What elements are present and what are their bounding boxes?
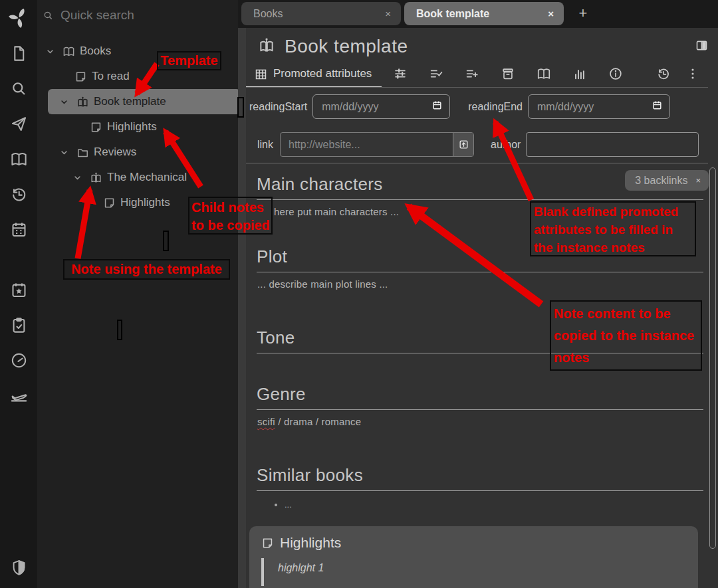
table-grid-icon <box>254 67 268 81</box>
trilium-logo <box>0 0 37 36</box>
info-icon[interactable] <box>608 66 623 81</box>
note-title[interactable]: Book template <box>285 36 685 57</box>
close-icon[interactable]: × <box>383 8 393 19</box>
archive-icon[interactable] <box>501 66 515 81</box>
blockquote-bar <box>261 558 264 586</box>
tab-label: Book template <box>416 8 546 20</box>
quick-search-input[interactable] <box>60 8 213 23</box>
attr-label-author: author <box>491 139 521 151</box>
calendar-picker-icon[interactable] <box>431 100 443 114</box>
protected-session-shield-icon[interactable] <box>0 550 37 585</box>
attr-label-reading-start: readingStart <box>249 101 307 113</box>
launcher-bar <box>0 0 37 588</box>
tab-books[interactable]: Books × <box>241 2 401 25</box>
folder-icon <box>74 146 91 159</box>
note-header: Book template <box>246 28 718 58</box>
open-link-button[interactable] <box>453 133 473 156</box>
list-item[interactable]: ... <box>285 499 707 511</box>
new-note-icon[interactable] <box>0 36 37 71</box>
reading-end-date-field[interactable]: mm/dd/yyyy <box>528 94 670 119</box>
jump-to-note-icon[interactable] <box>0 106 37 142</box>
url-placeholder: http://website... <box>281 133 453 156</box>
plane-takeoff-icon[interactable] <box>0 378 37 413</box>
tasks-clipboard-icon[interactable] <box>0 308 37 343</box>
tree-item-books[interactable]: Books <box>37 39 238 64</box>
blockquote[interactable]: highlght 1 <box>261 558 686 586</box>
tree-item-the-mechanical[interactable]: The Mechanical * <box>37 165 238 190</box>
tree-item-label: To read <box>92 70 130 83</box>
note-icon <box>72 70 89 83</box>
section-body-genre[interactable]: scifi / drama / romance <box>257 416 707 427</box>
chevron-down-icon[interactable] <box>57 147 71 157</box>
calendar-picker-icon[interactable] <box>652 100 663 114</box>
template-icon <box>87 171 104 184</box>
sliders-icon[interactable] <box>393 66 408 81</box>
note-content-editor[interactable]: Main characters here put main characters… <box>246 174 718 511</box>
close-icon[interactable]: × <box>695 175 701 185</box>
ribbon-tab-promoted-attributes[interactable]: Promoted attributes <box>254 67 372 81</box>
quick-search-icon <box>43 10 54 21</box>
dashboard-icon[interactable] <box>0 343 37 378</box>
tree-item-highlights[interactable]: Highlights <box>37 114 238 140</box>
blockquote-text[interactable]: highlght 1 <box>278 558 324 586</box>
list-plus-icon[interactable] <box>465 66 479 81</box>
calendar-icon[interactable] <box>0 212 37 247</box>
list-check-icon[interactable] <box>429 66 443 81</box>
split-pane-icon[interactable] <box>695 39 709 55</box>
similar-books-list[interactable]: ... <box>257 499 707 511</box>
tree-item-label: Highlights <box>107 120 157 134</box>
scrollbar-thumb[interactable] <box>709 167 716 549</box>
link-url-field[interactable]: http://website... <box>280 132 474 157</box>
chevron-down-icon[interactable] <box>57 97 71 107</box>
template-icon <box>74 96 91 108</box>
tree-item-to-read[interactable]: To read <box>37 64 238 89</box>
tab-book-template[interactable]: Book template × <box>404 2 564 25</box>
tab-label: Books <box>253 8 383 20</box>
section-heading-similar-books[interactable]: Similar books <box>257 465 703 491</box>
bar-chart-icon[interactable] <box>572 66 587 81</box>
section-body-main-characters[interactable]: here put main characters ... <box>274 206 707 217</box>
tab-bar: Books × Book template × + <box>238 0 718 28</box>
note-detail-pane: Book template Promoted attributes <box>246 28 718 588</box>
history-icon[interactable] <box>656 66 671 81</box>
book-map-icon[interactable] <box>537 66 551 81</box>
author-text-field[interactable] <box>526 132 699 157</box>
calendar-star-icon[interactable] <box>0 272 37 308</box>
recent-changes-icon[interactable] <box>0 177 37 212</box>
trilium-app-window: Books To read Book template Highlights R… <box>0 0 718 588</box>
tree-item-label: The Mechanical * <box>107 171 194 184</box>
close-icon[interactable]: × <box>546 8 556 19</box>
book-open-icon <box>60 45 77 58</box>
new-tab-button[interactable]: + <box>574 4 592 23</box>
child-note-title[interactable]: Highlights <box>280 535 341 551</box>
tree-item-book-template[interactable]: Book template <box>48 89 241 114</box>
chevron-down-icon[interactable] <box>70 173 84 183</box>
chevron-down-icon[interactable] <box>43 47 57 56</box>
kebab-menu-icon[interactable] <box>685 66 700 81</box>
attr-label-link: link <box>257 139 273 151</box>
backlinks-label: 3 backlinks <box>635 175 687 187</box>
main-area: Books × Book template × + Book template <box>238 0 718 588</box>
spellcheck-word[interactable]: scifi <box>257 416 275 427</box>
ribbon: Promoted attributes <box>246 61 718 86</box>
note-map-icon[interactable] <box>0 142 37 177</box>
tree-item-reviews[interactable]: Reviews <box>37 140 238 165</box>
template-icon <box>258 37 275 56</box>
tree-item-label: Highlights <box>120 196 170 209</box>
ribbon-tab-label: Promoted attributes <box>273 67 372 80</box>
section-heading-plot[interactable]: Plot <box>257 246 703 272</box>
tree-item-highlights-2[interactable]: Highlights <box>37 190 238 215</box>
reading-start-date-field[interactable]: mm/dd/yyyy <box>312 94 450 119</box>
section-heading-genre[interactable]: Genre <box>257 384 703 410</box>
section-body-plot[interactable]: ... describe main plot lines ... <box>257 278 707 290</box>
backlinks-badge[interactable]: 3 backlinks × <box>625 170 709 191</box>
tree-item-label: Book template <box>94 95 166 108</box>
note-icon <box>261 537 274 549</box>
search-icon[interactable] <box>0 71 37 106</box>
tree-item-label: Books <box>80 45 111 58</box>
quick-search[interactable] <box>37 0 238 31</box>
ribbon-border <box>246 87 708 88</box>
child-note-card-highlights[interactable]: Highlights highlght 1 <box>249 526 698 588</box>
section-heading-tone[interactable]: Tone <box>257 328 703 353</box>
pane-splitter[interactable] <box>238 28 246 588</box>
